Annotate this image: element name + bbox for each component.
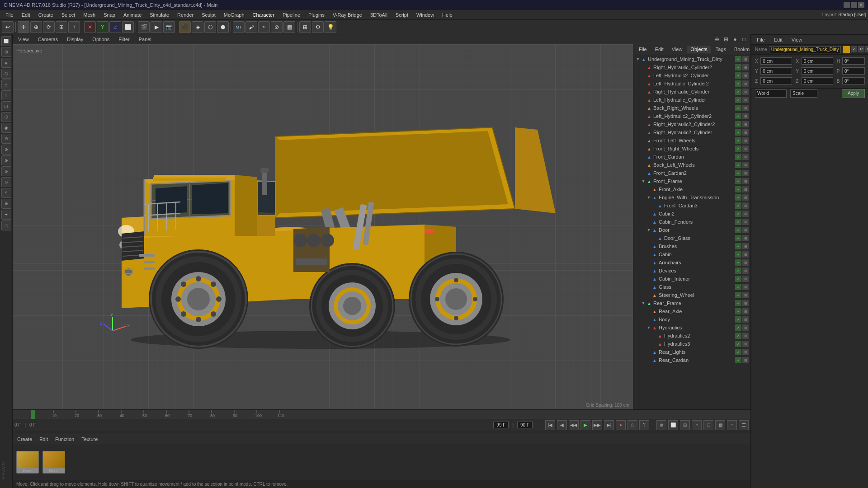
sidebar-mode7[interactable]: ◉ [1,123,11,133]
tree-item[interactable]: ▲Cabin_Fenders✓⊞ [633,218,750,226]
world-dropdown[interactable] [755,89,787,98]
tool-add[interactable]: + [68,21,80,33]
h-input[interactable] [842,57,865,65]
render-region[interactable]: 🎬 [138,21,150,33]
scale-dropdown[interactable] [790,89,817,98]
mat-edit[interactable]: Edit [38,436,50,443]
tree-item[interactable]: ▲Cabin✓⊞ [633,250,750,258]
tl-mode3[interactable]: ⊞ [680,420,690,430]
tree-item[interactable]: ▲Rear_Axle✓⊞ [633,307,750,315]
tree-item[interactable]: ▲Devices✓⊞ [633,267,750,275]
tool-rotate[interactable]: ⟳ [43,21,55,33]
name-icon2[interactable]: ✓ [851,46,857,52]
vp-icon4[interactable]: □ [741,36,748,43]
menu-window[interactable]: Window [413,11,438,19]
sidebar-mode1[interactable]: ◈ [1,58,11,68]
rptab-file[interactable]: File [635,46,651,53]
tree-item[interactable]: ▲Glass✓⊞ [633,283,750,291]
rptab-bookm[interactable]: Bookm [731,46,750,53]
tree-item[interactable]: ▲Front_Axle✓⊞ [633,185,750,193]
tree-item[interactable]: ▲Left_Hydraulic2_Cylinder2✓⊞ [633,112,750,120]
tool-y[interactable]: Y [97,21,108,33]
sidebar-mode3[interactable]: △ [1,80,11,89]
name-icon1[interactable] [843,46,850,53]
vp-display[interactable]: Display [64,36,86,43]
mat-create[interactable]: Create [15,436,34,443]
play-reverse[interactable]: ◀◀ [569,420,579,430]
tree-item[interactable]: ▲Front_Left_Wheels✓⊞ [633,136,750,145]
vp-view[interactable]: View [15,36,32,43]
sidebar-mode9[interactable]: ⊘ [1,145,11,155]
x2-input[interactable] [802,57,833,65]
tree-item[interactable]: ▼▲Engine_With_Transmission✓⊞ [633,193,750,202]
play-forward[interactable]: ▶ [580,420,590,430]
go-start[interactable]: |◀ [545,420,555,430]
vp-filter[interactable]: Filter [116,36,132,43]
rptab-objects[interactable]: Objects [687,46,711,53]
edges-mode[interactable]: ⬡ [204,21,216,33]
menu-mograph[interactable]: MoGraph [220,11,248,19]
tl-mode6[interactable]: ▦ [715,420,725,430]
tool-x[interactable]: ✕ [84,21,96,33]
menu-animate[interactable]: Animate [120,11,145,19]
tool-smooth[interactable]: ≈ [258,21,270,33]
tool-extrude[interactable]: ▦ [283,21,295,33]
menu-create[interactable]: Create [35,11,57,19]
vp-icon1[interactable]: ⊕ [713,36,721,43]
menu-snap[interactable]: Snap [100,11,119,19]
record[interactable]: ● [616,420,626,430]
mat-texture[interactable]: Texture [80,436,99,443]
motion-tracker[interactable]: MT [233,21,245,33]
tree-item[interactable]: ▲Right_Hydraulic_Cylinder2✓⊞ [633,63,750,71]
menu-mesh[interactable]: Mesh [80,11,99,19]
rptab-edit[interactable]: Edit [651,46,667,53]
3d-viewport[interactable]: Perspective [13,44,633,409]
render-picture[interactable]: 📷 [163,21,175,33]
sidebar-mode2[interactable]: ⬡ [1,69,11,79]
tree-item[interactable]: ▼▲Door✓⊞ [633,226,750,234]
mat-function[interactable]: Function [53,436,76,443]
menu-plugins[interactable]: Plugins [305,11,328,19]
vp-cameras[interactable]: Cameras [35,36,61,43]
br-tab-view[interactable]: View [788,36,806,43]
tree-item[interactable]: ▲Front_Cardan3✓⊞ [633,202,750,210]
tool-transform[interactable]: ⊞ [56,21,67,33]
menu-script[interactable]: Script [392,11,412,19]
z-input[interactable] [760,77,792,84]
menu-file[interactable]: File [2,11,17,19]
tree-item[interactable]: ▲Left_Hydraulic_Cylinder✓⊞ [633,96,750,104]
tree-item[interactable]: ▲Hydraulics2✓⊞ [633,332,750,340]
tree-item[interactable]: ▲Rear_Cardan✓⊞ [633,356,750,364]
tree-item[interactable]: ▲Left_Hydraulic_Cylinder2✓⊞ [633,80,750,88]
tree-item[interactable]: ▲Right_Hydraulic_Cylinder✓⊞ [633,88,750,96]
tool-z[interactable]: Z [109,21,121,33]
tree-item[interactable]: ▲Rear_Lights✓⊞ [633,348,750,356]
b-input[interactable] [842,77,865,84]
tl-mode8[interactable]: ☰ [739,420,749,430]
name-icon4[interactable]: M [865,46,868,52]
sidebar-view[interactable]: ⊞ [1,47,11,57]
tree-item[interactable]: ▲Right_Hydraulic2_Cylinder✓⊞ [633,128,750,136]
sidebar-mode5[interactable]: ▢ [1,101,11,111]
tree-item[interactable]: ▲Back_Right_Wheels✓⊞ [633,104,750,112]
tl-mode4[interactable]: ○ [692,420,702,430]
menu-help[interactable]: Help [439,11,456,19]
sidebar-mode6[interactable]: ⬡ [1,112,11,122]
prev-frame[interactable]: ◀ [557,420,567,430]
material-swatch-2[interactable]: Hous [42,451,65,474]
sidebar-mode10[interactable]: ⊗ [1,155,11,165]
tree-item[interactable]: ▲Front_Cardan✓⊞ [633,153,750,161]
tree-item[interactable]: ▲Cabin_Interior✓⊞ [633,275,750,283]
go-end[interactable]: ▶| [604,420,614,430]
poly-mode[interactable]: ⬢ [217,21,229,33]
tree-item[interactable]: ▲Brushes✓⊞ [633,242,750,250]
sidebar-mode4[interactable]: ○ [1,90,11,100]
menu-3dto[interactable]: 3DToAll [367,11,391,19]
p-input[interactable] [842,67,865,75]
render-viewport[interactable]: ▶ [151,21,162,33]
tool-move[interactable]: ✛ [18,21,29,33]
sidebar-mode13[interactable]: $ [1,188,11,198]
menu-character[interactable]: Character [249,11,278,19]
tree-item[interactable]: ▼▲Front_Frame✓⊞ [633,177,750,185]
br-tab-file[interactable]: File [753,36,769,43]
